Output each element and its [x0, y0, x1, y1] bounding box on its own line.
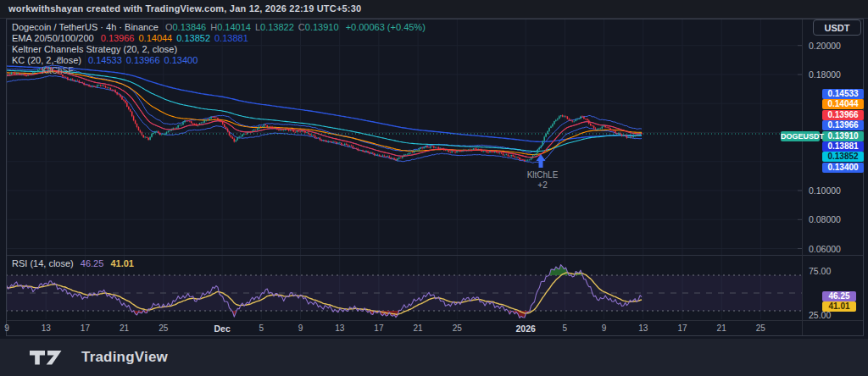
short-entry-qty: -2 — [24, 56, 92, 66]
ema-value-2: 0.13852 — [176, 33, 210, 43]
rsi-legend[interactable]: RSI (14, close) 46.25 41.01 — [12, 258, 134, 268]
short-entry-label: KltChSE — [24, 66, 92, 76]
time-axis-label: 9 — [602, 323, 607, 333]
short-entry-marker: -2 KltChSE — [24, 56, 92, 75]
legend-symbol-row[interactable]: Dogecoin / TetherUS · 4h · Binance O0.13… — [12, 22, 426, 33]
long-entry-qty: +2 — [509, 180, 576, 191]
price-badge: 0.13966 — [822, 110, 864, 120]
time-axis-label: 9 — [298, 323, 303, 333]
time-axis-label: 5 — [259, 323, 264, 333]
time-axis-label: 13 — [42, 323, 51, 333]
tradingview-logo-icon[interactable] — [29, 348, 73, 367]
rsi-badge: 41.01 — [822, 301, 856, 312]
price-badge: 0.13400 — [822, 163, 864, 173]
ema-title[interactable]: EMA 20/50/100/200 — [12, 33, 94, 43]
ema-values: 0.139660.140440.138520.13881 — [97, 33, 248, 43]
attribution-text: workwithshayan created with TradingView.… — [8, 3, 361, 14]
time-axis-label: 21 — [717, 323, 726, 333]
time-axis-label: 13 — [335, 323, 344, 333]
long-entry-label: KltChLE — [509, 170, 576, 180]
price-badge: 0.13910 — [822, 131, 864, 141]
price-axis-label: 0.06000 — [804, 244, 868, 254]
price-axis-label: 0.08000 — [804, 214, 868, 224]
ema-value-1: 0.14044 — [138, 33, 172, 43]
time-axis-label: 17 — [677, 323, 687, 333]
ohlc-H: H0.14014 — [210, 22, 251, 32]
rsi-ma-value: 41.01 — [110, 258, 134, 268]
time-axis-label: 13 — [638, 323, 648, 333]
price-axis-label: 0.20000 — [804, 41, 868, 51]
time-axis-label: 25 — [756, 323, 765, 333]
attribution-bar: workwithshayan created with TradingView.… — [0, 0, 868, 19]
tradingview-wordmark[interactable]: TradingView — [81, 349, 168, 366]
time-axis-label: 21 — [120, 323, 129, 333]
currency-toggle-button[interactable]: USDT — [813, 19, 861, 36]
time-axis-label: 21 — [414, 323, 423, 333]
ohlc-O: O0.13846 — [165, 22, 206, 32]
rsi-value: 46.25 — [81, 258, 104, 268]
time-axis-label: 17 — [81, 323, 90, 333]
kc-values: 0.145330.139660.13400 — [84, 55, 198, 65]
tradingview-snapshot: workwithshayan created with TradingView.… — [0, 0, 868, 376]
price-axis-label: 0.10000 — [804, 185, 868, 196]
price-badge: 0.13881 — [822, 141, 864, 152]
price-badge: 0.13966 — [822, 120, 864, 130]
ema-value-3: 0.13881 — [214, 33, 248, 43]
time-axis-label: 2026 — [515, 323, 535, 334]
time-axis-label: 25 — [453, 323, 462, 333]
rsi-axis-label: 25.00 — [804, 310, 868, 320]
time-axis-label: 5 — [563, 323, 568, 333]
rsi-axis-label: 75.00 — [804, 266, 868, 276]
ohlc-C: C0.13910 — [298, 22, 339, 32]
time-axis-label: 17 — [374, 323, 383, 333]
ema-value-0: 0.13966 — [101, 33, 135, 43]
symbol-price-tag: DOGEUSDT — [781, 131, 820, 141]
time-axis-label: 25 — [159, 323, 168, 333]
legend-ema-row[interactable]: EMA 20/50/100/200 0.139660.140440.138520… — [12, 33, 426, 44]
price-badge: 0.13852 — [822, 152, 864, 162]
time-axis-label: Dec — [214, 323, 230, 334]
legend-kc-strategy-row[interactable]: Keltner Channels Strategy (20, 2, close) — [12, 44, 426, 55]
price-badge: 0.14533 — [822, 89, 864, 99]
ohlc-L: L0.13822 — [255, 22, 294, 32]
price-axis-label: 0.18000 — [804, 69, 868, 80]
rsi-badge: 46.25 — [822, 291, 856, 301]
main-pane — [0, 65, 642, 163]
kc-value-1: 0.13966 — [126, 55, 160, 65]
long-entry-marker: KltChLE +2 — [509, 170, 576, 190]
kc-value-0: 0.14533 — [88, 55, 122, 65]
symbol-title[interactable]: Dogecoin / TetherUS · 4h · Binance — [12, 22, 159, 32]
rsi-pane — [0, 265, 802, 318]
price-badge: 0.14044 — [822, 99, 864, 109]
kc-strategy-title[interactable]: Keltner Channels Strategy (20, 2, close) — [12, 44, 177, 54]
rsi-title[interactable]: RSI (14, close) — [12, 258, 74, 268]
time-axis-label: 9 — [4, 323, 9, 333]
change-value: +0.00063 (+0.45%) — [346, 22, 426, 32]
kc-value-2: 0.13400 — [164, 55, 198, 65]
ohlc-values: O0.13846H0.14014L0.13822C0.13910 — [161, 22, 339, 32]
